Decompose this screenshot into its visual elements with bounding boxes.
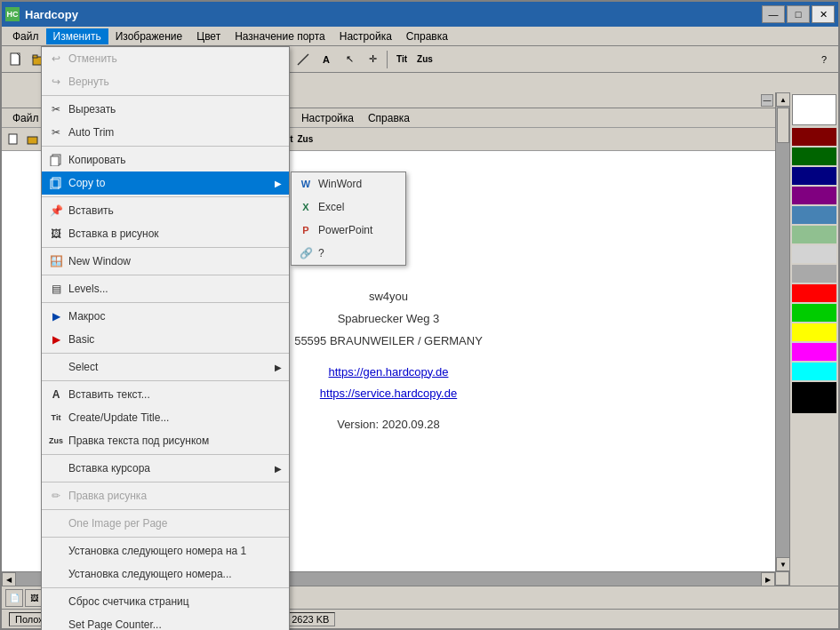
menu-item-copyto[interactable]: Copy to ▶ W WinWord X Excel P PowerPoint…: [42, 171, 289, 195]
color-gray[interactable]: [792, 265, 836, 283]
tb-move[interactable]: ✛: [362, 49, 383, 70]
tb-text[interactable]: A: [316, 49, 337, 70]
menu-item-copy[interactable]: Копировать: [42, 148, 289, 171]
menu-item-cut[interactable]: ✂ Вырезать: [42, 98, 289, 121]
menu-help[interactable]: Справка: [399, 28, 455, 44]
tb-tit[interactable]: Tit: [391, 49, 412, 70]
minimize-button[interactable]: —: [762, 5, 785, 23]
menu-sep-8: [42, 380, 289, 381]
inner-menu-file[interactable]: Файл: [5, 112, 46, 124]
menu-item-edit-image[interactable]: ✏ Правка рисунка: [42, 484, 289, 507]
menu-item-set-counter[interactable]: Set Page Counter...: [42, 613, 289, 630]
menu-item-edit-caption[interactable]: Zus Правка текста под рисунком: [42, 429, 289, 452]
tb-zus[interactable]: Zus: [414, 49, 436, 70]
tb-line[interactable]: [292, 49, 314, 70]
color-white[interactable]: [792, 94, 836, 125]
color-purple[interactable]: [792, 187, 836, 204]
submenu-other[interactable]: 🔗 ?: [292, 242, 405, 265]
tb-help[interactable]: ?: [813, 49, 835, 70]
menu-image[interactable]: Изображение: [108, 28, 190, 44]
hscroll-left-btn[interactable]: ◀: [2, 572, 16, 586]
create-title-label: Create/Update Title...: [68, 411, 282, 424]
paste-image-label: Вставка в рисунок: [68, 227, 282, 240]
toolbar-sep-4: [387, 51, 388, 68]
color-yellow[interactable]: [792, 323, 836, 341]
menu-item-select[interactable]: Select ▶: [42, 355, 289, 379]
inner-tb-open[interactable]: [24, 131, 42, 148]
menu-edit[interactable]: Изменить: [46, 28, 108, 44]
tb-new[interactable]: [5, 49, 27, 70]
vscroll-up-btn[interactable]: ▲: [776, 92, 789, 107]
maximize-button[interactable]: □: [787, 5, 810, 23]
menu-item-create-title[interactable]: Tit Create/Update Title...: [42, 406, 289, 429]
one-image-icon: [49, 516, 63, 530]
menu-item-autotrim[interactable]: ✂ Auto Trim: [42, 121, 289, 144]
color-darkblue[interactable]: [792, 167, 836, 185]
color-red[interactable]: [792, 284, 836, 302]
close-button[interactable]: ✕: [812, 5, 835, 23]
paste-image-icon: 🖼: [49, 227, 63, 241]
menu-item-macro[interactable]: ▶ Макрос: [42, 305, 289, 328]
set-num-1-icon: [49, 544, 63, 558]
menu-sep-13: [42, 587, 289, 588]
submenu-excel[interactable]: X Excel: [292, 195, 405, 219]
inner-menu-settings[interactable]: Настройка: [294, 112, 361, 124]
app-icon: HC: [5, 7, 20, 21]
color-green[interactable]: [792, 304, 836, 322]
menu-item-redo[interactable]: ↪ Вернуть: [42, 70, 289, 93]
content-line-city: 55595 BRAUNWEILER / GERMANY: [294, 331, 483, 353]
edit-image-icon: ✏: [49, 489, 63, 503]
menu-item-paste-to-image[interactable]: 🖼 Вставка в рисунок: [42, 222, 289, 245]
macro-label: Макрос: [68, 310, 282, 323]
menu-item-undo[interactable]: ↩ Отменить: [42, 47, 289, 70]
inner-minimize-button[interactable]: —: [761, 94, 773, 107]
submenu-winword[interactable]: W WinWord: [292, 172, 405, 195]
menu-item-insert-cursor[interactable]: Вставка курсора ▶: [42, 457, 289, 480]
color-darkred[interactable]: [792, 128, 836, 146]
inner-tb-new[interactable]: [5, 131, 23, 148]
inner-menu-help[interactable]: Справка: [361, 112, 417, 124]
menu-file[interactable]: Файл: [5, 28, 46, 44]
bt-btn2[interactable]: 🖼: [25, 589, 43, 607]
color-steelblue[interactable]: [792, 206, 836, 224]
menu-item-reset-counter[interactable]: Сброс счетчика страниц: [42, 590, 289, 613]
main-window: HC Hardcopy — □ ✕ Файл Изменить Изображе…: [0, 0, 840, 630]
color-palette: [789, 92, 838, 586]
winword-label: WinWord: [318, 178, 398, 190]
one-image-label: One Image per Page: [68, 517, 282, 530]
menu-item-paste[interactable]: 📌 Вставить: [42, 199, 289, 222]
hscroll-right-btn[interactable]: ▶: [761, 572, 775, 586]
submenu-powerpoint[interactable]: P PowerPoint: [292, 219, 405, 242]
powerpoint-icon: P: [299, 223, 313, 237]
menu-port[interactable]: Назначение порта: [228, 28, 332, 44]
vscroll-down-btn[interactable]: ▼: [776, 557, 789, 571]
content-line-address: Spabruecker Weg 3: [294, 308, 483, 331]
menu-item-one-image[interactable]: One Image per Page: [42, 512, 289, 535]
other-label: ?: [318, 247, 398, 259]
color-lightgray[interactable]: [792, 245, 836, 263]
bt-btn1[interactable]: 📄: [5, 589, 23, 607]
color-darkgreen[interactable]: [792, 148, 836, 165]
paste-icon: 📌: [49, 203, 63, 218]
color-cyan[interactable]: [792, 363, 836, 380]
menu-item-levels[interactable]: ▤ Levels...: [42, 277, 289, 300]
undo-icon: ↩: [49, 52, 63, 66]
content-line-url2[interactable]: https://service.hardcopy.de: [294, 383, 483, 405]
color-magenta[interactable]: [792, 343, 836, 361]
menu-sep-1: [42, 95, 289, 96]
menu-settings[interactable]: Настройка: [332, 28, 399, 44]
newwindow-icon: 🪟: [49, 254, 63, 268]
menu-item-set-num-1[interactable]: Установка следующего номера на 1: [42, 539, 289, 562]
color-black[interactable]: [792, 382, 836, 413]
menu-color[interactable]: Цвет: [189, 28, 228, 44]
menu-item-basic[interactable]: ▶ Basic: [42, 328, 289, 351]
tb-cursor[interactable]: ↖: [339, 49, 360, 70]
menu-item-newwindow[interactable]: 🪟 New Window: [42, 250, 289, 273]
vscroll-thumb[interactable]: [777, 108, 789, 143]
menu-sep-7: [42, 353, 289, 354]
color-lightgreen[interactable]: [792, 226, 836, 243]
content-line-url1[interactable]: https://gen.hardcopy.de: [294, 362, 483, 384]
inner-zus-btn[interactable]: Zus: [296, 134, 316, 144]
menu-item-insert-text[interactable]: A Вставить текст...: [42, 383, 289, 406]
menu-item-set-num[interactable]: Установка следующего номера...: [42, 562, 289, 586]
